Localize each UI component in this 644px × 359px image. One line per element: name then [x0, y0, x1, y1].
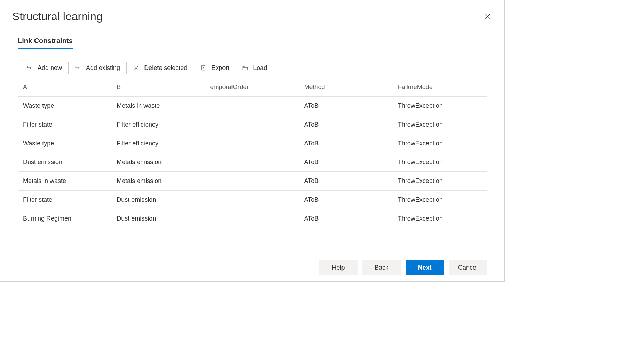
cell-b: Filter efficiency [112, 134, 205, 153]
cell-temporal [205, 134, 299, 153]
cell-failure: ThrowException [393, 97, 487, 115]
cell-method: AToB [299, 134, 393, 153]
cell-failure: ThrowException [393, 172, 487, 191]
cell-failure: ThrowException [393, 115, 487, 134]
help-button[interactable]: Help [319, 260, 358, 275]
cell-temporal [205, 191, 299, 209]
export-label: Export [211, 64, 229, 72]
add-new-label: Add new [38, 64, 62, 72]
cell-method: AToB [299, 209, 393, 228]
cell-a: Waste type [18, 134, 112, 153]
toolbar: Add new Add existing Delete selected Exp… [18, 58, 487, 78]
export-button[interactable]: Export [194, 58, 236, 78]
cell-method: AToB [299, 97, 393, 115]
table-row[interactable]: Waste typeFilter efficiencyAToBThrowExce… [18, 134, 487, 153]
cell-temporal [205, 115, 299, 134]
cell-a: Filter state [18, 115, 112, 134]
cell-method: AToB [299, 172, 393, 191]
cell-temporal [205, 172, 299, 191]
folder-open-icon [242, 65, 248, 71]
cell-b: Metals emission [112, 172, 205, 191]
cell-method: AToB [299, 115, 393, 134]
arrow-return-icon [75, 65, 81, 71]
back-button[interactable]: Back [362, 260, 401, 275]
table-row[interactable]: Dust emissionMetals emissionAToBThrowExc… [18, 153, 487, 172]
export-icon [200, 65, 206, 71]
col-header-a[interactable]: A [18, 78, 112, 97]
table-row[interactable]: Burning RegimenDust emissionAToBThrowExc… [18, 209, 487, 228]
tab-link-constraints[interactable]: Link Constraints [18, 37, 73, 49]
tab-strip: Link Constraints [18, 37, 487, 49]
cell-a: Filter state [18, 191, 112, 209]
arrow-return-icon [26, 65, 33, 71]
cell-a: Dust emission [18, 153, 112, 172]
cancel-button[interactable]: Cancel [449, 260, 487, 275]
cell-method: AToB [299, 191, 393, 209]
delete-selected-label: Delete selected [144, 64, 187, 72]
dialog-header: Structural learning [0, 0, 504, 26]
table-row[interactable]: Waste typeMetals in wasteAToBThrowExcept… [18, 97, 487, 115]
cell-temporal [205, 153, 299, 172]
add-existing-button[interactable]: Add existing [69, 58, 126, 78]
table-row[interactable]: Filter stateFilter efficiencyAToBThrowEx… [18, 115, 487, 134]
constraints-table: A B TemporalOrder Method FailureMode Was… [18, 78, 487, 228]
load-button[interactable]: Load [236, 58, 273, 78]
cell-a: Waste type [18, 97, 112, 115]
table-row[interactable]: Metals in wasteMetals emissionAToBThrowE… [18, 172, 487, 191]
cell-failure: ThrowException [393, 153, 487, 172]
col-header-temporal[interactable]: TemporalOrder [205, 78, 299, 97]
close-button[interactable] [483, 11, 493, 22]
table-header-row: A B TemporalOrder Method FailureMode [18, 78, 487, 97]
dialog: Structural learning Link Constraints Add… [0, 0, 505, 282]
add-existing-label: Add existing [86, 64, 120, 72]
cell-b: Metals emission [112, 153, 205, 172]
load-label: Load [253, 64, 267, 72]
delete-selected-button[interactable]: Delete selected [127, 58, 194, 78]
cell-b: Filter efficiency [112, 115, 205, 134]
cell-failure: ThrowException [393, 209, 487, 228]
cell-method: AToB [299, 153, 393, 172]
close-icon [484, 13, 491, 20]
dialog-title: Structural learning [12, 10, 103, 23]
cell-a: Metals in waste [18, 172, 112, 191]
dialog-footer: Help Back Next Cancel [0, 254, 504, 281]
col-header-failure[interactable]: FailureMode [393, 78, 487, 97]
cell-b: Metals in waste [112, 97, 205, 115]
col-header-b[interactable]: B [112, 78, 205, 97]
cell-failure: ThrowException [393, 134, 487, 153]
x-icon [133, 65, 139, 71]
cell-temporal [205, 97, 299, 115]
cell-b: Dust emission [112, 209, 205, 228]
table-container: A B TemporalOrder Method FailureMode Was… [18, 78, 487, 228]
content-area[interactable]: Link Constraints Add new Add existing De… [0, 26, 504, 254]
col-header-method[interactable]: Method [299, 78, 393, 97]
cell-a: Burning Regimen [18, 209, 112, 228]
table-row[interactable]: Filter stateDust emissionAToBThrowExcept… [18, 191, 487, 209]
next-button[interactable]: Next [406, 260, 444, 275]
cell-failure: ThrowException [393, 191, 487, 209]
cell-temporal [205, 209, 299, 228]
add-new-button[interactable]: Add new [20, 58, 68, 78]
cell-b: Dust emission [112, 191, 205, 209]
